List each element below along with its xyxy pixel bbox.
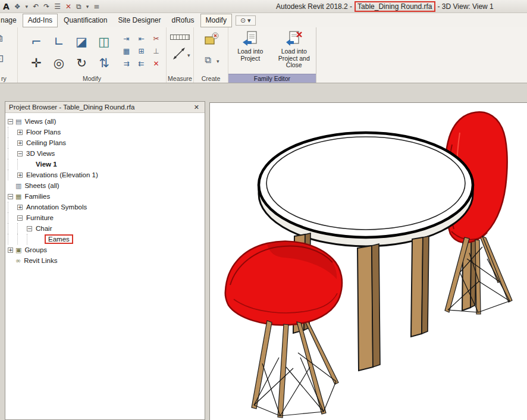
tree-item-chair[interactable]: −Chair [5,223,205,234]
ribbon: ⧉ ⊡ ry ⌐∟◪◫✛◎↻⇅ ⇥⇤✂▦⊞⊥⇉⇇✕ Modify ▾ Measu… [0,27,527,83]
tree-item-sheets-all-[interactable]: ▥Sheets (all) [5,180,205,191]
delete-icon[interactable]: ✕ [149,57,164,70]
close-icon[interactable]: ✕ [192,104,201,111]
tree-spacer [8,258,13,264]
tree-item-ceiling-plans[interactable]: +Ceiling Plans [5,137,205,148]
revit-logo[interactable]: A [3,2,10,11]
extend-icon[interactable]: ⇤ [134,32,149,45]
tree-item-views-all-[interactable]: −▤Views (all) [5,116,205,127]
family-editor-panel-label[interactable]: Family Editor [228,74,316,83]
cut-geometry-icon[interactable]: ◪ [70,31,93,52]
create-group-icon[interactable] [203,31,219,47]
tab-drofus[interactable]: dRofus [167,14,199,27]
measure-diagonal-icon[interactable] [172,46,186,61]
tree-guide [8,159,17,170]
mirror-icon[interactable]: ⇅ [93,52,115,74]
geometry-icon[interactable]: ⊡ [0,52,4,64]
panel-modify: ⌐∟◪◫✛◎↻⇅ ⇥⇤✂▦⊞⊥⇉⇇✕ Modify [18,27,167,83]
tree-spacer [27,162,32,167]
tree-item-label: Eames [45,234,73,244]
cope-icon[interactable]: ∟ [48,31,70,52]
move-icon[interactable]: ✛ [25,52,48,74]
collapse-icon[interactable]: − [17,151,23,156]
tree-item-groups[interactable]: +▣Groups [5,245,205,255]
expand-icon[interactable]: + [17,130,23,135]
tree-item-families[interactable]: −▦Families [5,191,205,202]
modify-large-icons: ⌐∟◪◫✛◎↻⇅ [25,31,115,74]
tree-item-label: Floor Plans [25,128,62,136]
families-icon: ▦ [15,193,21,200]
panel-label-modify[interactable]: Modify [18,75,166,82]
tree-spacer [8,183,13,189]
table-top[interactable] [259,133,473,246]
table-leg-center[interactable] [357,244,380,371]
close-doc-icon[interactable]: ✕ [65,3,71,10]
trim-icon[interactable]: ⇇ [134,57,149,70]
load-into-project-button[interactable]: Load into Project [228,27,272,74]
dropdown-caret-icon[interactable]: ▾ [86,4,89,10]
expand-icon[interactable]: + [17,140,23,146]
pin-icon[interactable]: ⊥ [149,45,164,57]
ribbon-display-toggle[interactable]: ⊙ ▾ [236,15,256,26]
tree-item-label: Annotation Symbols [25,203,88,211]
view-title: - 3D View: View 1 [438,2,494,11]
tree-item-floor-plans[interactable]: +Floor Plans [5,127,205,137]
panel-family-editor: Load into Project Load into Project and … [228,27,316,83]
table-leg-right[interactable] [411,236,429,337]
expand-icon[interactable]: + [17,173,23,178]
expand-icon[interactable]: + [8,247,13,253]
create-similar-icon[interactable]: ⧉ [205,55,211,65]
array-icon[interactable]: ▦ [119,45,134,57]
dropdown-caret-icon[interactable]: ▾ [26,4,29,10]
cut-icon[interactable]: ⇥ [119,32,134,45]
tree-item-eames[interactable]: Eames [5,234,205,245]
tree-item-elevations-elevation-1-[interactable]: +Elevations (Elevation 1) [5,170,205,180]
tab-add-ins[interactable]: Add-Ins [23,14,58,27]
tab-modify[interactable]: Modify [200,14,232,27]
undo-icon[interactable]: ↶ [33,3,39,10]
tree-item-label: Revit Links [23,257,58,264]
file-name: Table_Dining Round.rfa [357,2,432,11]
tree-item-furniture[interactable]: −Furniture [5,212,205,223]
rotate-icon[interactable]: ↻ [70,52,93,74]
tree-item-view-1[interactable]: View 1 [5,159,205,170]
revit-window: A❖▾↶↷☰✕⧉▾≡ Autodesk Revit 2018.2 - Table… [0,0,527,420]
expand-icon[interactable]: + [17,205,23,210]
clipboard-icon[interactable]: ⧉ [0,32,2,44]
copy-icon[interactable]: ◎ [48,52,70,74]
panel-label-measure[interactable]: Measure [167,75,193,82]
join-geometry-icon[interactable]: ◫ [93,31,115,52]
tree-item-revit-links[interactable]: ∞Revit Links [5,255,205,266]
load-into-project-and-close-button[interactable]: Load into Project and Close [272,27,316,74]
group-icon[interactable]: ⊞ [134,45,149,57]
project-browser-header[interactable]: Project Browser - Table_Dining Round.rfa… [5,102,205,113]
customize-qat-icon[interactable]: ≡ [93,3,99,10]
panel-label-partial: ry [0,75,17,82]
tab-site-designer[interactable]: Site Designer [113,14,165,27]
chevron-down-icon[interactable]: ▾ [217,58,219,64]
paste-window-icon[interactable]: ⧉ [76,3,81,10]
tree-item-label: View 1 [34,161,58,168]
tree-item-annotation-symbols[interactable]: +Annotation Symbols [5,202,205,212]
tree-item-label: Sheets (all) [23,182,60,189]
unjoin-icon[interactable]: ✂ [149,32,164,45]
tree-item-3d-views[interactable]: −3D Views [5,148,205,159]
markup-lines-icon[interactable]: ☰ [54,3,61,10]
split-icon[interactable]: ⇉ [119,57,134,70]
collapse-icon[interactable]: − [27,226,32,231]
redo-icon[interactable]: ↷ [43,3,49,10]
panel-label-create[interactable]: Create [194,75,228,82]
collapse-icon[interactable]: − [17,215,23,221]
tab-quantification[interactable]: Quantification [59,14,112,27]
collapse-icon[interactable]: − [8,119,13,124]
tab-nage[interactable]: nage [0,14,21,27]
align-icon[interactable]: ⌐ [25,31,48,52]
collapse-icon[interactable]: − [8,194,13,199]
chair-left[interactable] [225,241,342,418]
circle-icon: ⊙ [240,17,246,24]
workspace-icon[interactable]: ❖ [14,3,21,10]
ruler-icon[interactable] [170,35,190,40]
drawing-area-3d-view[interactable] [209,102,527,420]
tree-guide [8,170,17,180]
chevron-down-icon[interactable]: ▾ [187,52,190,58]
